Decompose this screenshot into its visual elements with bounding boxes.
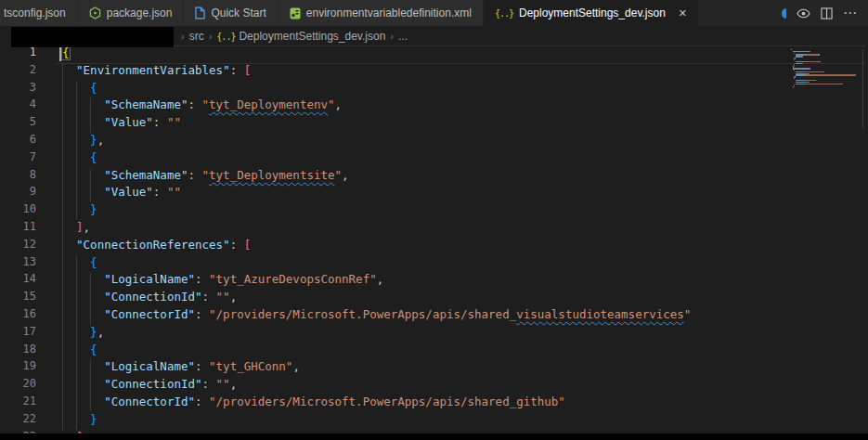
line-number: 20: [0, 377, 36, 395]
line-number: 6: [0, 133, 36, 150]
code-text: }: [62, 202, 97, 220]
line-number: 2: [0, 63, 36, 81]
line-number: 10: [0, 202, 36, 220]
chevron-right-icon: ›: [390, 31, 394, 42]
code-text: "SchemaName": "tyt_Deploymentenv",: [62, 97, 342, 115]
more-actions-button[interactable]: ⋯: [843, 5, 858, 21]
code-text: },: [62, 133, 104, 150]
line-number: 5: [0, 115, 36, 133]
json-braces-icon: {..}: [495, 8, 513, 19]
code-line[interactable]: 5 "Value": "": [0, 115, 868, 133]
code-line[interactable]: 1{: [0, 45, 868, 63]
breadcrumb-label: ...: [398, 30, 408, 43]
tab-environmentvariabledefinition-xml[interactable]: environmentvariabledefinition.xml: [279, 0, 483, 26]
tab-tsconfig-json[interactable]: tsconfig.json: [0, 0, 77, 26]
split-editor-icon: [821, 7, 833, 19]
tab-label: DeploymentSettings_dev.json: [519, 6, 666, 19]
line-number: 19: [0, 359, 36, 377]
chevron-right-icon: ›: [181, 31, 185, 42]
code-text: }: [62, 412, 97, 430]
redacted-region: [0, 434, 868, 440]
breadcrumb-item-[interactable]: ...: [398, 30, 408, 43]
code-line[interactable]: 13 {: [0, 255, 868, 273]
code-text: "Value": "": [62, 115, 181, 133]
code-text: "ConnectionId": "",: [62, 290, 237, 307]
chevron-right-icon: ›: [209, 31, 213, 42]
code-line[interactable]: 4 "SchemaName": "tyt_Deploymentenv",: [0, 97, 868, 115]
tab-label: Quick Start: [211, 6, 266, 19]
editor-actions: ⋯: [771, 0, 868, 26]
code-line[interactable]: 21 "ConnectorId": "/providers/Microsoft.…: [0, 395, 868, 412]
redacted-region: [11, 27, 174, 47]
split-editor-button[interactable]: [821, 7, 833, 19]
open-preview-button[interactable]: [797, 6, 810, 20]
code-line[interactable]: 2 "EnvironmentVariables": [: [0, 63, 868, 81]
code-text: "ConnectionReferences": [: [62, 238, 251, 255]
code-lines: 1{2 "EnvironmentVariables": [3 {4 "Schem…: [0, 45, 868, 434]
breadcrumb-label: src: [189, 30, 204, 43]
code-line[interactable]: 14 "LogicalName": "tyt_AzureDevopsConnRe…: [0, 272, 868, 290]
code-line[interactable]: 16 "ConnectorId": "/providers/Microsoft.…: [0, 307, 868, 325]
line-number: 17: [0, 325, 36, 343]
tab-label: environmentvariabledefinition.xml: [306, 6, 472, 19]
line-number: 8: [0, 168, 36, 186]
code-line[interactable]: 11 ],: [0, 220, 868, 238]
eye-icon: [797, 6, 810, 20]
code-text: {: [62, 255, 97, 273]
breadcrumb-item-deploymentsettings-dev-json[interactable]: {..}DeploymentSettings_dev.json: [216, 30, 385, 43]
scrollbar[interactable]: [862, 49, 863, 129]
code-text: "EnvironmentVariables": [: [62, 63, 251, 81]
code-text: "ConnectionId": "",: [62, 377, 237, 395]
line-number: 13: [0, 255, 36, 273]
line-number: 12: [0, 238, 36, 255]
breadcrumb-item-src[interactable]: src: [189, 30, 204, 43]
code-text: {: [62, 343, 97, 360]
code-text: "ConnectorId": "/providers/Microsoft.Pow…: [62, 395, 565, 412]
line-number: 22: [0, 412, 36, 430]
tab-label: tsconfig.json: [4, 6, 66, 19]
code-text: "Value": "": [62, 185, 181, 202]
code-line[interactable]: 15 "ConnectionId": "",: [0, 290, 868, 307]
code-line[interactable]: 17 },: [0, 325, 868, 343]
line-number: 9: [0, 185, 36, 202]
code-line[interactable]: 20 "ConnectionId": "",: [0, 377, 868, 395]
minimap[interactable]: [791, 49, 861, 88]
code-text: {: [62, 150, 97, 168]
code-text: "SchemaName": "tyt_Deploymentsite",: [62, 168, 349, 186]
line-number: 21: [0, 395, 36, 412]
code-line[interactable]: 6 },: [0, 133, 868, 150]
line-number: 15: [0, 290, 36, 307]
line-number: 3: [0, 81, 36, 98]
code-line[interactable]: 9 "Value": "": [0, 185, 868, 202]
code-line[interactable]: 8 "SchemaName": "tyt_Deploymentsite",: [0, 168, 868, 186]
tab-quick-start[interactable]: Quick Start: [184, 0, 277, 26]
line-number: 4: [0, 97, 36, 115]
line-number: 1: [0, 45, 36, 63]
code-text: ],: [62, 220, 90, 238]
tab-close-icon[interactable]: ✕: [679, 8, 687, 19]
code-line[interactable]: 7 {: [0, 150, 868, 168]
code-editor[interactable]: 1{2 "EnvironmentVariables": [3 {4 "Schem…: [0, 45, 868, 434]
code-text: {: [62, 81, 97, 98]
code-line[interactable]: 19 "LogicalName": "tyt_GHConn",: [0, 359, 868, 377]
tab-package-json[interactable]: package.json: [78, 0, 184, 26]
code-text: "LogicalName": "tyt_GHConn",: [62, 359, 300, 377]
code-text: {: [62, 45, 70, 63]
line-number: 16: [0, 307, 36, 325]
code-line[interactable]: 12 "ConnectionReferences": [: [0, 238, 868, 255]
line-number: 18: [0, 343, 36, 360]
code-line[interactable]: 22 }: [0, 412, 868, 430]
tab-label: package.json: [107, 6, 173, 19]
code-text: "LogicalName": "tyt_AzureDevopsConnRef",: [62, 272, 383, 290]
line-number: 11: [0, 220, 36, 238]
code-line[interactable]: 18 {: [0, 343, 868, 360]
breadcrumb-label: DeploymentSettings_dev.json: [239, 30, 385, 43]
line-number: 7: [0, 150, 36, 168]
notification-badge: [782, 8, 786, 19]
tab-bar: tsconfig.jsonpackage.jsonQuick Startenvi…: [0, 0, 868, 26]
vscode-window: tsconfig.jsonpackage.jsonQuick Startenvi…: [0, 0, 868, 440]
code-line[interactable]: 10 }: [0, 202, 868, 220]
tab-deploymentsettings-dev-json[interactable]: {..}DeploymentSettings_dev.json✕: [484, 0, 698, 26]
code-line[interactable]: 3 {: [0, 81, 868, 98]
code-text: },: [62, 325, 104, 343]
